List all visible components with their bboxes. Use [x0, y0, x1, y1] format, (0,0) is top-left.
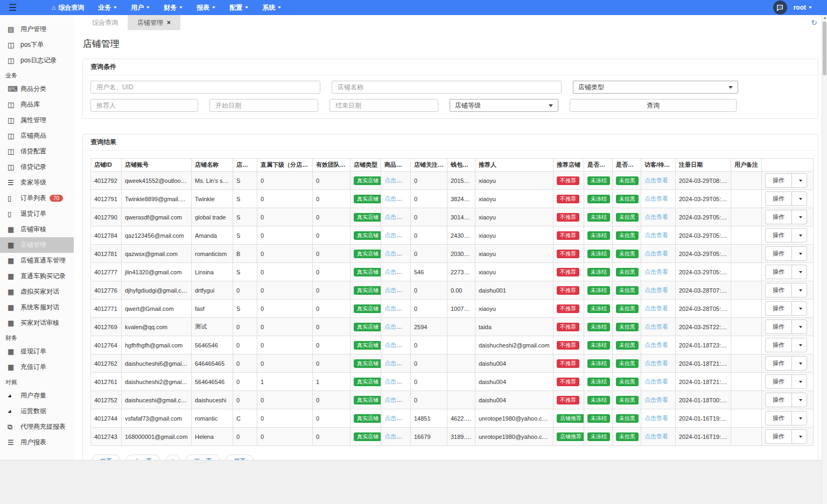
nav-item-系统[interactable]: 系统: [255, 0, 288, 15]
sidebar-item-订单列表[interactable]: ▯订单列表70: [0, 190, 74, 206]
action-dropdown-toggle[interactable]: [792, 192, 807, 205]
visitors-view-link[interactable]: 点击查看: [644, 177, 668, 183]
nav-item-报表[interactable]: 报表: [190, 0, 222, 15]
goods-view-link[interactable]: 点击查看: [384, 232, 408, 238]
action-button-label[interactable]: 操作: [766, 174, 792, 187]
visitors-view-link[interactable]: 点击查看: [644, 195, 668, 202]
goods-view-link[interactable]: 点击查看: [384, 360, 408, 366]
sidebar-item-店铺商品[interactable]: ◫店铺商品: [0, 128, 74, 144]
goods-view-link[interactable]: 点击查看: [384, 305, 408, 311]
action-button-label[interactable]: 操作: [766, 302, 792, 315]
action-dropdown-toggle[interactable]: [792, 210, 807, 224]
visitors-view-link[interactable]: 点击查看: [644, 378, 668, 385]
sidebar-item-店铺审核[interactable]: ▦店铺审核: [0, 222, 74, 237]
sidebar-item-借贷配置[interactable]: ◫借贷配置: [0, 144, 74, 159]
action-button-label[interactable]: 操作: [766, 229, 792, 242]
sidebar-item-用户管理[interactable]: ▤用户管理: [0, 22, 74, 37]
action-button-label[interactable]: 操作: [766, 210, 792, 224]
sidebar-item-店铺直通车管理[interactable]: ▦店铺直通车管理: [0, 253, 74, 268]
goods-view-link[interactable]: 点击查看: [384, 195, 408, 202]
action-split-button[interactable]: 操作: [765, 283, 807, 297]
page-scrollbar[interactable]: ▲: [822, 15, 827, 504]
action-split-button[interactable]: 操作: [765, 301, 807, 316]
sidebar-item-用户存量[interactable]: ◕用户存量: [0, 388, 74, 403]
referrer-input[interactable]: [90, 99, 198, 112]
nav-item-配置[interactable]: 配置: [222, 0, 255, 15]
action-dropdown-toggle[interactable]: [792, 283, 807, 297]
visitors-view-link[interactable]: 点击查看: [644, 268, 668, 275]
action-split-button[interactable]: 操作: [765, 338, 807, 352]
sidebar-item-pos日志记录[interactable]: ◫pos日志记录: [0, 53, 74, 68]
goods-view-link[interactable]: 点击查看: [384, 268, 408, 275]
action-split-button[interactable]: 操作: [765, 210, 807, 224]
sidebar-item-借贷记录[interactable]: ◫借贷记录: [0, 159, 74, 175]
goods-view-link[interactable]: 点击查看: [384, 415, 408, 421]
sidebar-item-买家对话审核[interactable]: ▦买家对话审核: [0, 315, 74, 331]
nav-item-综合查询[interactable]: ⌂综合查询: [45, 0, 91, 15]
sidebar-item-退货订单[interactable]: ▯退货订单: [0, 206, 74, 222]
action-split-button[interactable]: 操作: [765, 228, 807, 243]
sidebar-item-提现订单[interactable]: ▦提现订单: [0, 344, 74, 359]
sidebar-item-用户报表[interactable]: ☰用户报表: [0, 435, 74, 450]
visitors-view-link[interactable]: 点击查看: [644, 305, 668, 311]
action-dropdown-toggle[interactable]: [792, 229, 807, 242]
goods-view-link[interactable]: 点击查看: [384, 433, 408, 439]
action-split-button[interactable]: 操作: [765, 320, 807, 334]
visitors-view-link[interactable]: 点击查看: [644, 396, 668, 403]
action-dropdown-toggle[interactable]: [792, 411, 807, 425]
start-date-input[interactable]: [209, 99, 318, 112]
hamburger-menu-icon[interactable]: ☰: [0, 0, 25, 15]
action-dropdown-toggle[interactable]: [792, 247, 807, 260]
action-dropdown-toggle[interactable]: [792, 430, 807, 443]
visitors-view-link[interactable]: 点击查看: [644, 415, 668, 421]
scrollbar-thumb[interactable]: [823, 22, 826, 75]
action-split-button[interactable]: 操作: [765, 411, 807, 425]
action-button-label[interactable]: 操作: [766, 375, 792, 388]
pagination-first[interactable]: 首页: [92, 455, 121, 460]
goods-view-link[interactable]: 点击查看: [384, 396, 408, 403]
goods-view-link[interactable]: 点击查看: [384, 323, 408, 330]
action-dropdown-toggle[interactable]: [792, 320, 807, 333]
action-split-button[interactable]: 操作: [765, 173, 807, 188]
action-dropdown-toggle[interactable]: [792, 174, 807, 187]
visitors-view-link[interactable]: 点击查看: [644, 250, 668, 257]
nav-item-财务[interactable]: 财务: [157, 0, 190, 15]
action-dropdown-toggle[interactable]: [792, 338, 807, 352]
visitors-view-link[interactable]: 点击查看: [644, 433, 668, 439]
action-split-button[interactable]: 操作: [765, 356, 807, 371]
visitors-view-link[interactable]: 点击查看: [644, 232, 668, 238]
action-button-label[interactable]: 操作: [766, 430, 792, 443]
pagination-next[interactable]: 下一页: [185, 455, 220, 460]
visitors-view-link[interactable]: 点击查看: [644, 360, 668, 366]
visitors-view-link[interactable]: 点击查看: [644, 214, 668, 220]
pagination-last[interactable]: 尾页: [225, 455, 254, 460]
sidebar-item-系统客服对话[interactable]: ▦系统客服对话: [0, 300, 74, 315]
user-menu[interactable]: root: [794, 4, 812, 11]
action-dropdown-toggle[interactable]: [792, 357, 807, 370]
pagination-prev[interactable]: 上一页: [125, 455, 160, 460]
goods-view-link[interactable]: 点击查看: [384, 342, 408, 348]
shop-name-input[interactable]: [332, 81, 562, 94]
sidebar-item-运营数据[interactable]: ◕运营数据: [0, 403, 74, 419]
sidebar-item-店铺管理[interactable]: ▦店铺管理: [0, 237, 74, 253]
sidebar-item-pos下单[interactable]: ◫pos下单: [0, 37, 74, 53]
pagination-current-page[interactable]: 1: [165, 455, 180, 460]
goods-view-link[interactable]: 点击查看: [384, 250, 408, 257]
tab-综合查询[interactable]: 综合查询: [82, 15, 128, 30]
action-dropdown-toggle[interactable]: [792, 393, 807, 407]
refresh-icon[interactable]: ↻: [811, 18, 817, 27]
goods-view-link[interactable]: 点击查看: [384, 177, 408, 183]
action-split-button[interactable]: 操作: [765, 191, 807, 206]
action-split-button[interactable]: 操作: [765, 429, 807, 444]
close-icon[interactable]: ×: [167, 19, 171, 26]
sidebar-item-充值订单[interactable]: ▦充值订单: [0, 359, 74, 375]
goods-view-link[interactable]: 点击查看: [384, 378, 408, 385]
action-button-label[interactable]: 操作: [766, 338, 792, 352]
action-button-label[interactable]: 操作: [766, 357, 792, 370]
tab-店铺管理[interactable]: 店铺管理×: [128, 15, 180, 30]
action-button-label[interactable]: 操作: [766, 247, 792, 260]
sidebar-item-商品库[interactable]: ◫商品库: [0, 97, 74, 112]
goods-view-link[interactable]: 点击查看: [384, 287, 408, 293]
nav-item-用户[interactable]: 用户: [124, 0, 157, 15]
visitors-view-link[interactable]: 点击查看: [644, 287, 668, 293]
